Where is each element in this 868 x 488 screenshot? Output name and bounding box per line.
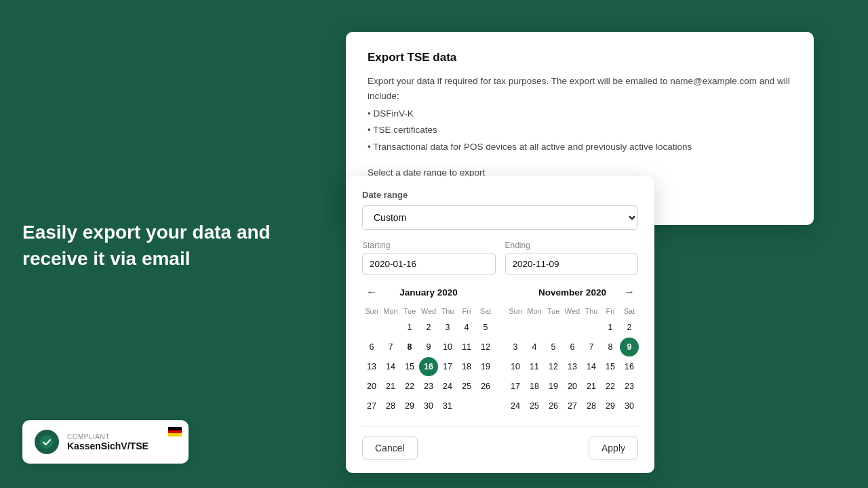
cal-day[interactable]: 13 — [563, 357, 582, 376]
cal-day[interactable]: 20 — [362, 377, 381, 396]
cal-day[interactable]: 10 — [506, 357, 525, 376]
cal-day[interactable]: 11 — [525, 357, 544, 376]
cal-day[interactable]: 26 — [544, 396, 563, 415]
right-calendar-grid: Sun Mon Tue Wed Thu Fri Sat 1 2 3 4 5 6 — [506, 305, 639, 415]
cal-day[interactable]: 23 — [620, 377, 639, 396]
cal-day[interactable]: 22 — [601, 377, 620, 396]
ending-date-input[interactable] — [505, 253, 639, 275]
cancel-button[interactable]: Cancel — [362, 436, 418, 460]
cal-day[interactable]: 2 — [419, 318, 438, 337]
list-item: Transactional data for POS devices at al… — [368, 139, 792, 155]
cal-day[interactable]: 21 — [381, 377, 400, 396]
cal-day[interactable]: 1 — [601, 318, 620, 337]
cal-day[interactable]: 27 — [563, 396, 582, 415]
cal-day[interactable]: 12 — [544, 357, 563, 376]
cal-day[interactable]: 7 — [582, 338, 601, 357]
cal-day[interactable]: 8 — [400, 338, 419, 357]
list-item: TSE certificates — [368, 122, 792, 138]
cal-day[interactable]: 17 — [438, 357, 457, 376]
calendars-row: ← January 2020 Sun Mon Tue Wed Thu Fri S… — [362, 285, 638, 415]
datepicker-footer: Cancel Apply — [362, 426, 638, 460]
cal-day[interactable]: 16 — [620, 357, 639, 376]
compliance-check-icon — [35, 430, 59, 454]
cal-day[interactable]: 22 — [400, 377, 419, 396]
cal-day — [476, 396, 495, 415]
dow-thu: Thu — [438, 305, 457, 317]
cal-day[interactable]: 31 — [438, 396, 457, 415]
date-range-dropdown[interactable]: Custom Last 7 days Last 30 days Last 90 … — [362, 205, 638, 230]
cal-day — [525, 318, 544, 337]
left-calendar-grid: Sun Mon Tue Wed Thu Fri Sat 1 2 3 4 5 6 … — [362, 305, 495, 415]
cal-day[interactable]: 28 — [582, 396, 601, 415]
starting-date-input[interactable] — [362, 253, 496, 275]
right-calendar: November 2020 → Sun Mon Tue Wed Thu Fri … — [506, 285, 639, 415]
cal-day[interactable]: 19 — [476, 357, 495, 376]
cal-day — [563, 318, 582, 337]
cal-day[interactable]: 13 — [362, 357, 381, 376]
cal-day[interactable]: 29 — [400, 396, 419, 415]
cal-day[interactable]: 28 — [381, 396, 400, 415]
export-modal-title: Export TSE data — [368, 51, 792, 64]
cal-day[interactable]: 4 — [457, 318, 476, 337]
cal-day[interactable]: 17 — [506, 377, 525, 396]
cal-day[interactable]: 25 — [457, 377, 476, 396]
cal-day[interactable]: 5 — [476, 318, 495, 337]
dow-tue: Tue — [400, 305, 419, 317]
cal-day[interactable]: 6 — [563, 338, 582, 357]
cal-day[interactable]: 29 — [601, 396, 620, 415]
cal-day[interactable]: 18 — [457, 357, 476, 376]
cal-day[interactable]: 24 — [506, 396, 525, 415]
dow-sat: Sat — [620, 305, 639, 317]
cal-day[interactable]: 11 — [457, 338, 476, 357]
cal-day[interactable]: 1 — [400, 318, 419, 337]
cal-day[interactable]: 7 — [381, 338, 400, 357]
date-range-label: Date range — [362, 190, 638, 200]
dow-wed: Wed — [419, 305, 438, 317]
export-modal-description: Export your data if required for tax pur… — [368, 74, 792, 103]
cal-day-selected[interactable]: 16 — [419, 357, 438, 376]
cal-day[interactable]: 27 — [362, 396, 381, 415]
dow-sun: Sun — [506, 305, 525, 317]
cal-day — [381, 318, 400, 337]
svg-point-0 — [40, 435, 54, 449]
datepicker-panel: Date range Custom Last 7 days Last 30 da… — [346, 176, 654, 473]
ending-date-group: Ending — [505, 241, 639, 275]
cal-day[interactable]: 3 — [506, 338, 525, 357]
cal-day[interactable]: 6 — [362, 338, 381, 357]
cal-day[interactable]: 24 — [438, 377, 457, 396]
cal-day[interactable]: 10 — [438, 338, 457, 357]
cal-day[interactable]: 25 — [525, 396, 544, 415]
background-tagline: Easily export your data and receive it v… — [22, 219, 314, 272]
cal-day[interactable]: 23 — [419, 377, 438, 396]
cal-day[interactable]: 18 — [525, 377, 544, 396]
apply-button[interactable]: Apply — [589, 436, 638, 460]
left-calendar-header: ← January 2020 — [362, 285, 495, 300]
dow-mon: Mon — [381, 305, 400, 317]
cal-day[interactable]: 4 — [525, 338, 544, 357]
cal-day[interactable]: 12 — [476, 338, 495, 357]
dow-sat: Sat — [476, 305, 495, 317]
left-calendar: ← January 2020 Sun Mon Tue Wed Thu Fri S… — [362, 285, 495, 415]
cal-day[interactable]: 2 — [620, 318, 639, 337]
cal-day-selected[interactable]: 9 — [620, 338, 639, 357]
export-modal-list: DSFinV-K TSE certificates Transactional … — [368, 106, 792, 155]
cal-day[interactable]: 8 — [601, 338, 620, 357]
dow-fri: Fri — [601, 305, 620, 317]
cal-day[interactable]: 5 — [544, 338, 563, 357]
cal-day[interactable]: 30 — [419, 396, 438, 415]
cal-day[interactable]: 3 — [438, 318, 457, 337]
cal-day[interactable]: 14 — [582, 357, 601, 376]
cal-day[interactable]: 19 — [544, 377, 563, 396]
next-month-button[interactable]: → — [620, 285, 639, 300]
dow-fri: Fri — [457, 305, 476, 317]
cal-day[interactable]: 30 — [620, 396, 639, 415]
cal-day[interactable]: 14 — [381, 357, 400, 376]
cal-day[interactable]: 21 — [582, 377, 601, 396]
cal-day[interactable]: 15 — [601, 357, 620, 376]
cal-day[interactable]: 20 — [563, 377, 582, 396]
cal-day[interactable]: 26 — [476, 377, 495, 396]
compliance-badge: COMPLIANT KassenSichV/TSE — [22, 420, 189, 464]
cal-day[interactable]: 15 — [400, 357, 419, 376]
prev-month-button[interactable]: ← — [362, 285, 381, 300]
cal-day[interactable]: 9 — [419, 338, 438, 357]
